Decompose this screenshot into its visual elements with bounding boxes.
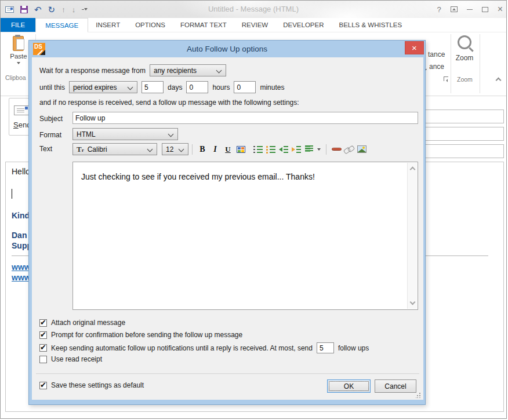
ds-logo-icon: DS [33,43,45,55]
until-this-label: until this [39,83,65,92]
checkbox[interactable] [39,331,47,339]
format-label: Format [39,131,61,139]
dialog-launcher-icon[interactable] [444,76,448,81]
window-title: Untitled - Message (HTML) [1,1,506,18]
tab-file[interactable]: FILE [1,18,35,32]
checkbox[interactable] [39,344,47,352]
help-button[interactable]: ? [437,5,441,14]
ribbon-tab-row: FILE MESSAGE INSERT OPTIONS FORMAT TEXT … [1,18,506,32]
format-toolbar: Tr Calibri 12 B I U [72,143,368,155]
collapse-ribbon-icon[interactable] [496,78,502,83]
tab-review[interactable]: REVIEW [234,18,275,32]
checkbox[interactable] [39,382,47,389]
to-field[interactable] [418,109,504,123]
followup-message-text: Just checking to see if you received my … [81,172,400,181]
horizontal-rule-button[interactable] [330,144,343,155]
bold-button[interactable]: B [196,144,209,155]
scroll-down-icon[interactable] [410,300,416,305]
subject-field[interactable] [418,144,504,158]
hours-label: hours [212,83,230,92]
paste-clipboard-icon [13,35,24,50]
italic-icon: I [213,145,216,154]
signature-link[interactable]: www [12,273,31,282]
chevron-down-icon [17,62,20,66]
checkbox[interactable] [39,356,47,363]
clipboard-group-label: Clipboa [5,74,26,81]
checkbox-label: Use read receipt [51,355,102,363]
alignment-dropdown[interactable] [315,144,322,155]
decrease-indent-icon [279,145,289,153]
dialog-divider [36,374,419,375]
horizontal-rule-icon [332,148,342,151]
minimize-button[interactable] [467,9,473,10]
low-importance-label-partial[interactable]: ance [429,63,444,71]
keep-sending-checkbox-row[interactable]: Keep sending automatic follow up notific… [39,342,369,353]
scroll-up-icon[interactable] [410,167,416,173]
checkbox-label: Save these settings as default [51,381,144,389]
read-receipt-checkbox-row[interactable]: Use read receipt [39,355,102,363]
font-name-dropdown[interactable]: Tr Calibri [72,143,157,155]
maximize-button[interactable] [482,7,488,12]
hyperlink-button[interactable] [343,144,355,155]
font-style-icon: Tr [77,145,84,154]
signature-text: Dan [12,231,27,240]
followup-subject-input[interactable] [72,112,418,124]
toolbar-separator [326,144,326,155]
days-label: days [168,83,182,92]
close-icon: × [498,5,503,14]
group-separator [451,34,451,93]
ribbon-display-options-button[interactable] [451,6,458,12]
high-importance-label-partial[interactable]: tance [428,50,445,59]
signature-link[interactable]: www [12,262,31,272]
resize-grip[interactable] [416,393,421,398]
close-button[interactable]: × [498,5,503,14]
save-default-checkbox-row[interactable]: Save these settings as default [39,381,144,389]
outlook-message-window: ↶ ↻ ↑ ↓ Untitled - Message (HTML) ? × FI… [0,0,507,419]
followup-message-text-area[interactable]: Just checking to see if you received my … [72,162,418,310]
minutes-input[interactable] [234,81,256,93]
dialog-close-button[interactable]: × [405,41,424,54]
font-size-dropdown[interactable]: 12 [162,143,188,155]
hours-input[interactable] [186,81,208,93]
cancel-button[interactable]: Cancel [375,379,416,393]
days-input[interactable] [141,81,164,93]
numbered-list-button[interactable] [252,144,264,155]
checkbox[interactable] [39,319,47,327]
ribbon-display-icon [451,6,458,12]
period-dropdown[interactable]: period expires [69,81,137,93]
minutes-label: minutes [260,83,284,92]
title-bar: ↶ ↻ ↑ ↓ Untitled - Message (HTML) ? × [1,1,506,18]
recipients-dropdown[interactable]: any recipients [150,64,226,76]
bulleted-list-button[interactable] [264,144,277,155]
max-followups-input[interactable] [317,342,334,353]
subject-label: Subject [39,115,63,123]
attach-original-checkbox-row[interactable]: Attach original message [39,319,125,327]
insert-picture-button[interactable] [355,144,368,155]
picture-icon [357,145,367,153]
insert-table-button[interactable] [234,144,247,155]
ok-button[interactable]: OK [327,379,371,393]
zoom-button[interactable]: Zoom [453,34,476,62]
checkbox-label: Attach original message [51,319,125,327]
decrease-indent-button[interactable] [277,144,290,155]
increase-indent-button[interactable] [290,144,303,155]
format-dropdown[interactable]: HTML [72,128,178,140]
increase-indent-icon [292,145,302,153]
tab-insert[interactable]: INSERT [88,18,128,32]
maximize-icon [482,7,488,12]
prompt-confirmation-checkbox-row[interactable]: Prompt for confirmation before sending t… [39,331,242,339]
cc-field[interactable] [418,127,504,141]
window-controls: ? × [437,1,503,18]
tab-options[interactable]: OPTIONS [128,18,173,32]
italic-button[interactable]: I [209,144,222,155]
scrollbar[interactable] [407,163,417,309]
alignment-button[interactable] [303,144,315,155]
tab-developer[interactable]: DEVELOPER [275,18,331,32]
tab-bells-whistles[interactable]: BELLS & WHISTLES [331,18,409,32]
underline-button[interactable]: U [222,144,234,155]
checkbox-label: Prompt for confirmation before sending t… [51,331,242,339]
tab-format-text[interactable]: FORMAT TEXT [173,18,234,32]
bulleted-list-icon [266,145,276,153]
tab-message[interactable]: MESSAGE [35,18,88,32]
dialog-title: Auto Follow Up options [187,45,267,53]
